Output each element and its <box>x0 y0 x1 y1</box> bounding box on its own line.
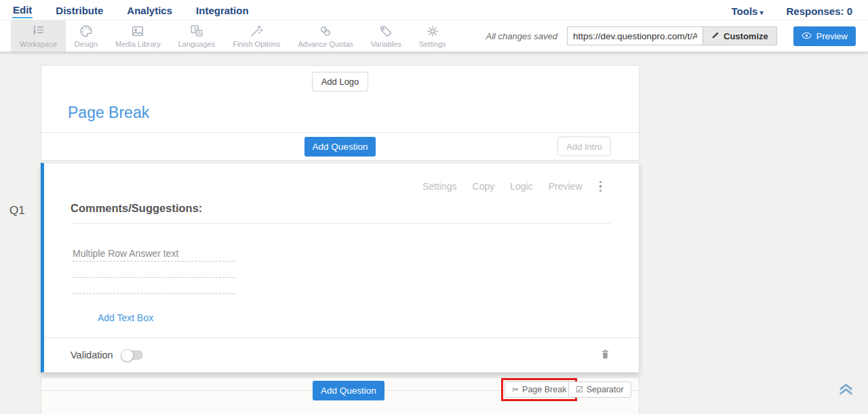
validation-row: Validation <box>44 337 639 372</box>
workspace-icon <box>31 24 45 39</box>
finish-options-icon <box>249 24 264 39</box>
eye-icon <box>802 31 812 41</box>
customize-button[interactable]: Customize <box>703 26 777 45</box>
preview-label: Preview <box>816 31 848 41</box>
nav-tab-edit[interactable]: Edit <box>12 2 33 18</box>
add-text-box-link[interactable]: Add Text Box <box>98 312 153 323</box>
toolbar-item-workspace[interactable]: Workspace <box>11 20 66 51</box>
nav-tab-distribute[interactable]: Distribute <box>55 3 104 18</box>
responses-count[interactable]: Responses: 0 <box>785 3 853 17</box>
question-logic-link[interactable]: Logic <box>510 181 532 192</box>
toolbar-item-media-library[interactable]: Media Library <box>106 20 170 51</box>
languages-icon: 文A <box>189 24 204 39</box>
toolbar-label: Media Library <box>115 40 161 48</box>
toggle-knob <box>121 349 134 362</box>
tools-dropdown[interactable]: Tools▾ <box>731 3 764 17</box>
page-break-label: Page Break <box>522 385 566 394</box>
survey-header-footer: Add Question Add Intro <box>41 132 639 160</box>
question-divider <box>71 223 611 224</box>
delete-question-button[interactable] <box>599 348 611 363</box>
add-intro-button[interactable]: Add Intro <box>557 137 611 157</box>
page-break-button[interactable]: ✂ Page Break <box>505 381 574 398</box>
trash-icon <box>599 348 611 363</box>
toolbar-item-settings[interactable]: Settings <box>410 20 455 51</box>
toolbar-item-design[interactable]: Design <box>66 20 106 51</box>
separator-button[interactable]: ☑ Separator <box>568 381 631 398</box>
media-library-icon <box>130 24 145 39</box>
validation-toggle[interactable] <box>122 350 143 360</box>
toolbar-label: Advance Quotas <box>298 40 353 48</box>
chevron-down-icon: ▾ <box>760 9 763 16</box>
survey-header-card: Add Logo Page Break Add Question Add Int… <box>41 65 639 161</box>
question-card: Settings Copy Logic Preview Comments/Sug… <box>41 163 639 373</box>
toolbar-label: Settings <box>419 40 446 48</box>
nav-tab-analytics[interactable]: Analytics <box>126 3 173 18</box>
toolbar-item-advance-quotas[interactable]: Advance Quotas <box>289 20 361 51</box>
customize-label: Customize <box>724 31 768 41</box>
toolbar-label: Design <box>75 40 98 48</box>
svg-text:A: A <box>197 30 201 35</box>
toolbar-item-languages[interactable]: 文A Languages <box>170 20 224 51</box>
toolbar-item-finish-options[interactable]: Finish Options <box>224 20 289 51</box>
answer-row-1[interactable]: Multiple Row Answer text <box>73 245 235 262</box>
answer-rows: Multiple Row Answer text <box>73 245 235 294</box>
page-break-icon: ✂ <box>512 386 519 394</box>
nav-tabs: Edit Distribute Analytics Integration <box>12 2 250 18</box>
kebab-menu-icon[interactable] <box>597 178 605 194</box>
question-preview-link[interactable]: Preview <box>549 181 583 192</box>
toolbar-label: Workspace <box>20 40 57 48</box>
pencil-icon <box>711 31 719 41</box>
add-logo-button[interactable]: Add Logo <box>312 72 369 91</box>
survey-editor-page: Edit Distribute Analytics Integration To… <box>0 0 868 414</box>
question-menu: Settings Copy Logic Preview <box>422 178 604 194</box>
validation-label: Validation <box>71 350 113 360</box>
toolbar-label: Finish Options <box>233 40 280 48</box>
editor-toolbar: Workspace Design Media Library 文A Langua… <box>0 20 868 52</box>
survey-title[interactable]: Page Break <box>68 104 149 122</box>
nav-right-group: Tools▾ Responses: 0 <box>731 3 853 17</box>
answer-row-2[interactable] <box>73 262 235 278</box>
question-copy-link[interactable]: Copy <box>473 181 495 192</box>
add-question-button-top[interactable]: Add Question <box>304 137 376 157</box>
top-navigation: Edit Distribute Analytics Integration To… <box>0 0 868 20</box>
question-settings-link[interactable]: Settings <box>422 181 457 192</box>
add-logo-wrap: Add Logo <box>41 72 639 91</box>
answer-row-3[interactable] <box>73 278 235 294</box>
separator-label: Separator <box>587 385 624 394</box>
add-question-button-bottom[interactable]: Add Question <box>313 381 384 400</box>
advance-quotas-icon <box>318 24 333 39</box>
toolbar-item-variables[interactable]: Variables <box>362 20 410 51</box>
settings-icon <box>425 24 440 39</box>
double-chevron-up-icon <box>837 388 855 400</box>
toolbar-items: Workspace Design Media Library 文A Langua… <box>11 20 455 51</box>
survey-url-input[interactable] <box>567 26 703 45</box>
scroll-to-top-button[interactable] <box>837 379 855 400</box>
check-square-icon: ☑ <box>576 386 583 394</box>
toolbar-label: Languages <box>178 40 215 48</box>
question-code-label: Q1 <box>9 204 25 218</box>
question-text[interactable]: Comments/Suggestions: <box>71 202 639 215</box>
page-break-highlight: ✂ Page Break <box>501 378 577 401</box>
variables-icon <box>378 24 393 39</box>
svg-text:文: 文 <box>193 26 197 33</box>
toolbar-label: Variables <box>371 40 401 48</box>
nav-tab-integration[interactable]: Integration <box>195 3 250 18</box>
save-status: All changes saved <box>486 31 558 41</box>
preview-button[interactable]: Preview <box>793 26 856 46</box>
toolbar-right-group: All changes saved Customize Preview <box>486 20 856 51</box>
design-icon <box>79 24 94 39</box>
survey-url-group: Customize <box>567 26 777 45</box>
